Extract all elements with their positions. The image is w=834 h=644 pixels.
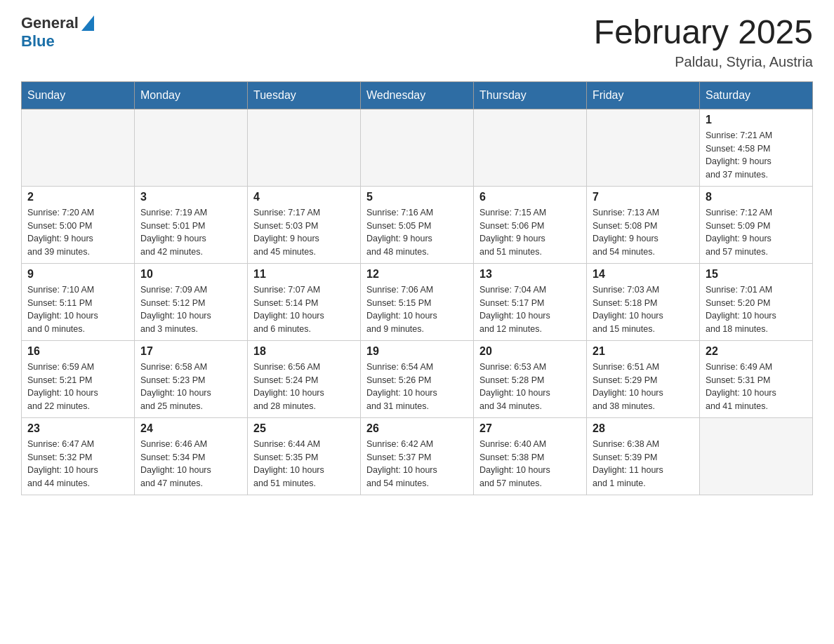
calendar-header-friday: Friday <box>587 81 700 109</box>
page-header: General Blue February 2025 Paldau, Styri… <box>21 14 813 70</box>
calendar-header-tuesday: Tuesday <box>248 81 361 109</box>
day-number: 15 <box>706 268 807 281</box>
day-info: Sunrise: 6:49 AMSunset: 5:31 PMDaylight:… <box>706 361 807 413</box>
day-number: 9 <box>27 268 128 281</box>
calendar-cell <box>248 109 361 186</box>
day-info: Sunrise: 7:03 AMSunset: 5:18 PMDaylight:… <box>593 283 694 336</box>
day-info: Sunrise: 6:40 AMSunset: 5:38 PMDaylight:… <box>479 438 581 490</box>
day-number: 7 <box>593 191 694 203</box>
calendar-cell <box>135 109 248 186</box>
day-info: Sunrise: 7:15 AMSunset: 5:06 PMDaylight:… <box>479 206 581 259</box>
day-number: 18 <box>253 345 355 358</box>
day-info: Sunrise: 7:04 AMSunset: 5:17 PMDaylight:… <box>479 283 581 336</box>
day-info: Sunrise: 6:58 AMSunset: 5:23 PMDaylight:… <box>140 361 241 413</box>
calendar-cell: 11Sunrise: 7:07 AMSunset: 5:14 PMDayligh… <box>248 263 361 340</box>
day-info: Sunrise: 6:53 AMSunset: 5:28 PMDaylight:… <box>479 361 581 413</box>
calendar-cell: 13Sunrise: 7:04 AMSunset: 5:17 PMDayligh… <box>474 263 587 340</box>
calendar-cell <box>22 109 135 186</box>
calendar-week-4: 16Sunrise: 6:59 AMSunset: 5:21 PMDayligh… <box>22 340 813 417</box>
day-number: 2 <box>27 191 128 203</box>
day-info: Sunrise: 7:19 AMSunset: 5:01 PMDaylight:… <box>140 206 241 259</box>
calendar-cell: 25Sunrise: 6:44 AMSunset: 5:35 PMDayligh… <box>248 417 361 495</box>
calendar-cell: 23Sunrise: 6:47 AMSunset: 5:32 PMDayligh… <box>22 417 135 495</box>
day-info: Sunrise: 6:54 AMSunset: 5:26 PMDaylight:… <box>366 361 468 413</box>
svg-marker-0 <box>81 15 94 31</box>
day-number: 1 <box>706 114 807 126</box>
day-number: 17 <box>140 345 241 358</box>
calendar-week-5: 23Sunrise: 6:47 AMSunset: 5:32 PMDayligh… <box>22 417 813 495</box>
day-info: Sunrise: 7:09 AMSunset: 5:12 PMDaylight:… <box>140 283 241 336</box>
day-info: Sunrise: 7:06 AMSunset: 5:15 PMDaylight:… <box>366 283 468 336</box>
calendar-cell <box>700 417 813 495</box>
day-number: 16 <box>27 345 128 358</box>
day-info: Sunrise: 7:17 AMSunset: 5:03 PMDaylight:… <box>253 206 355 259</box>
title-block: February 2025 Paldau, Styria, Austria <box>594 14 813 70</box>
calendar-cell: 8Sunrise: 7:12 AMSunset: 5:09 PMDaylight… <box>700 186 813 263</box>
day-info: Sunrise: 7:01 AMSunset: 5:20 PMDaylight:… <box>706 283 807 336</box>
calendar-cell: 15Sunrise: 7:01 AMSunset: 5:20 PMDayligh… <box>700 263 813 340</box>
calendar-cell: 2Sunrise: 7:20 AMSunset: 5:00 PMDaylight… <box>22 186 135 263</box>
day-info: Sunrise: 6:56 AMSunset: 5:24 PMDaylight:… <box>253 361 355 413</box>
calendar-cell: 7Sunrise: 7:13 AMSunset: 5:08 PMDaylight… <box>587 186 700 263</box>
calendar-cell: 22Sunrise: 6:49 AMSunset: 5:31 PMDayligh… <box>700 340 813 417</box>
calendar-cell: 17Sunrise: 6:58 AMSunset: 5:23 PMDayligh… <box>135 340 248 417</box>
calendar-cell: 10Sunrise: 7:09 AMSunset: 5:12 PMDayligh… <box>135 263 248 340</box>
logo-triangle-icon <box>80 15 94 31</box>
calendar-header-saturday: Saturday <box>700 81 813 109</box>
calendar-cell: 20Sunrise: 6:53 AMSunset: 5:28 PMDayligh… <box>474 340 587 417</box>
day-number: 13 <box>479 268 581 281</box>
day-number: 3 <box>140 191 241 203</box>
day-number: 14 <box>593 268 694 281</box>
calendar-header-row: SundayMondayTuesdayWednesdayThursdayFrid… <box>22 81 813 109</box>
day-info: Sunrise: 7:13 AMSunset: 5:08 PMDaylight:… <box>593 206 694 259</box>
month-title: February 2025 <box>594 14 813 51</box>
day-number: 6 <box>479 191 581 203</box>
calendar-cell: 9Sunrise: 7:10 AMSunset: 5:11 PMDaylight… <box>22 263 135 340</box>
day-info: Sunrise: 7:20 AMSunset: 5:00 PMDaylight:… <box>27 206 128 259</box>
day-number: 10 <box>140 268 241 281</box>
calendar-cell: 6Sunrise: 7:15 AMSunset: 5:06 PMDaylight… <box>474 186 587 263</box>
calendar-cell <box>587 109 700 186</box>
calendar-cell: 16Sunrise: 6:59 AMSunset: 5:21 PMDayligh… <box>22 340 135 417</box>
calendar-header-wednesday: Wednesday <box>361 81 474 109</box>
calendar-header-sunday: Sunday <box>22 81 135 109</box>
calendar-cell: 26Sunrise: 6:42 AMSunset: 5:37 PMDayligh… <box>361 417 474 495</box>
calendar-cell: 18Sunrise: 6:56 AMSunset: 5:24 PMDayligh… <box>248 340 361 417</box>
day-info: Sunrise: 6:59 AMSunset: 5:21 PMDaylight:… <box>27 361 128 413</box>
calendar-cell: 4Sunrise: 7:17 AMSunset: 5:03 PMDaylight… <box>248 186 361 263</box>
calendar-week-1: 1Sunrise: 7:21 AMSunset: 4:58 PMDaylight… <box>22 109 813 186</box>
day-info: Sunrise: 7:07 AMSunset: 5:14 PMDaylight:… <box>253 283 355 336</box>
calendar-cell: 19Sunrise: 6:54 AMSunset: 5:26 PMDayligh… <box>361 340 474 417</box>
day-info: Sunrise: 6:44 AMSunset: 5:35 PMDaylight:… <box>253 438 355 490</box>
calendar-table: SundayMondayTuesdayWednesdayThursdayFrid… <box>21 81 813 495</box>
day-info: Sunrise: 7:10 AMSunset: 5:11 PMDaylight:… <box>27 283 128 336</box>
day-number: 8 <box>706 191 807 203</box>
calendar-cell: 27Sunrise: 6:40 AMSunset: 5:38 PMDayligh… <box>474 417 587 495</box>
day-info: Sunrise: 6:42 AMSunset: 5:37 PMDaylight:… <box>366 438 468 490</box>
day-number: 11 <box>253 268 355 281</box>
day-info: Sunrise: 7:16 AMSunset: 5:05 PMDaylight:… <box>366 206 468 259</box>
day-number: 27 <box>479 422 581 435</box>
day-number: 22 <box>706 345 807 358</box>
calendar-cell: 5Sunrise: 7:16 AMSunset: 5:05 PMDaylight… <box>361 186 474 263</box>
day-info: Sunrise: 7:21 AMSunset: 4:58 PMDaylight:… <box>706 129 807 182</box>
calendar-cell: 1Sunrise: 7:21 AMSunset: 4:58 PMDaylight… <box>700 109 813 186</box>
calendar-cell: 14Sunrise: 7:03 AMSunset: 5:18 PMDayligh… <box>587 263 700 340</box>
logo-general-text: General <box>21 14 79 32</box>
day-number: 25 <box>253 422 355 435</box>
calendar-week-3: 9Sunrise: 7:10 AMSunset: 5:11 PMDaylight… <box>22 263 813 340</box>
calendar-header-thursday: Thursday <box>474 81 587 109</box>
day-info: Sunrise: 7:12 AMSunset: 5:09 PMDaylight:… <box>706 206 807 259</box>
logo-blue-text: Blue <box>21 32 55 50</box>
calendar-week-2: 2Sunrise: 7:20 AMSunset: 5:00 PMDaylight… <box>22 186 813 263</box>
day-info: Sunrise: 6:46 AMSunset: 5:34 PMDaylight:… <box>140 438 241 490</box>
day-number: 26 <box>366 422 468 435</box>
day-number: 12 <box>366 268 468 281</box>
day-info: Sunrise: 6:51 AMSunset: 5:29 PMDaylight:… <box>593 361 694 413</box>
day-number: 4 <box>253 191 355 203</box>
logo: General Blue <box>21 14 94 51</box>
calendar-cell: 21Sunrise: 6:51 AMSunset: 5:29 PMDayligh… <box>587 340 700 417</box>
calendar-cell: 24Sunrise: 6:46 AMSunset: 5:34 PMDayligh… <box>135 417 248 495</box>
calendar-header-monday: Monday <box>135 81 248 109</box>
day-number: 23 <box>27 422 128 435</box>
